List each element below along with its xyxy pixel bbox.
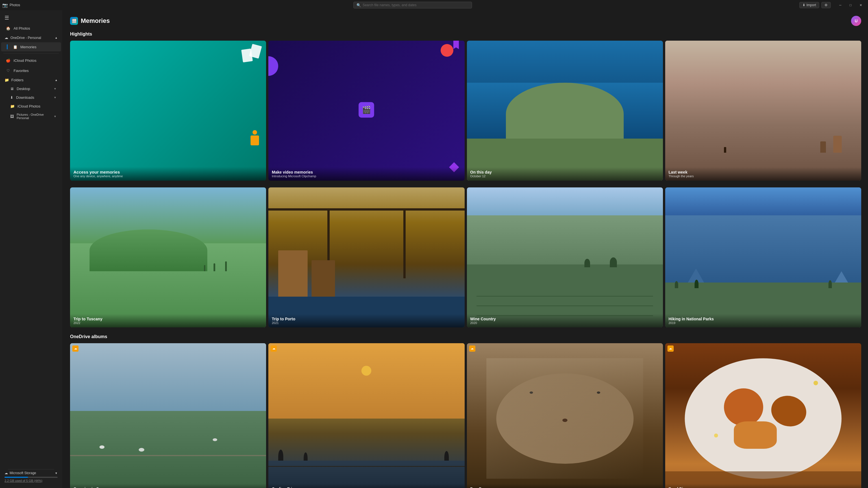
titlebar-actions: ⬇ Import ⚙ ─ □ ✕	[799, 0, 866, 10]
bridge-rail	[268, 208, 464, 210]
sidebar-item-pictures-onedrive[interactable]: 🖼 Pictures - OneDrive Personal ▼	[1, 111, 61, 122]
sidebar-item-memories[interactable]: 📋 Memories	[1, 42, 61, 52]
trip-card-tuscany[interactable]: Trip to Tuscany 2022	[70, 187, 266, 327]
downloads-icon: ⬇	[10, 95, 13, 100]
window-controls: ─ □ ✕	[835, 0, 866, 10]
highlight-card-last-week[interactable]: Last week Through the years	[665, 41, 861, 181]
card-subtitle-video: Introducing Microsoft Clipchamp	[272, 174, 461, 178]
onedrive-badge-icon-3: ☁	[471, 347, 474, 350]
card-title-access: Access your memories	[73, 170, 263, 174]
storage-chevron: ▼	[55, 471, 58, 475]
active-indicator	[7, 44, 8, 50]
highlight-card-video-memories[interactable]: 🎬 Make video memories Introducing Micros…	[268, 41, 464, 181]
camping-bg	[70, 343, 266, 488]
person-body	[251, 135, 259, 145]
card-title-tuscany: Trip to Tuscany	[73, 317, 263, 321]
album-card-dog[interactable]: ☁ Dog Days	[467, 343, 663, 488]
card-overlay-onthisday: On this day October 12	[467, 167, 663, 181]
icloud-folder-icon: 📁	[10, 104, 15, 108]
clipchamp-icon: 🎬	[359, 102, 374, 118]
photo-card-2	[241, 48, 253, 62]
card-overlay-video: Make video memories Introducing Microsof…	[268, 167, 464, 181]
card-overlay-lastweek: Last week Through the years	[665, 167, 861, 181]
wine-bg	[467, 187, 663, 327]
main-content: 🪟 Memories U Highlights Access your memo…	[63, 10, 868, 488]
albums-grid: ☁ Camping in Connemara	[70, 343, 861, 488]
trip-card-hiking[interactable]: Hiking in National Parks 2019	[665, 187, 861, 327]
onedrive-icon: ☁	[4, 36, 8, 40]
album-badge-camping: ☁	[72, 346, 79, 352]
search-bar[interactable]: 🔍 Search file names, types, and dates	[353, 2, 472, 8]
card-subtitle-tuscany: 2022	[73, 321, 263, 325]
album-overlay-cycling: Cycling Trips	[268, 484, 464, 488]
storage-detail[interactable]: 2.2 GB used of 5 GB (44%)	[4, 479, 58, 482]
import-button[interactable]: ⬇ Import	[799, 2, 819, 8]
cypress-1	[225, 261, 227, 271]
sidebar-hamburger[interactable]: ☰	[0, 12, 62, 23]
tree-hiking-2	[694, 280, 699, 288]
person-figure	[248, 130, 262, 147]
close-button[interactable]: ✕	[856, 0, 866, 10]
sunset-sky	[268, 343, 464, 419]
card-title-onthisday: On this day	[470, 170, 659, 174]
album-badge-cycling: ☁	[271, 346, 277, 352]
vine-row-2	[476, 305, 653, 306]
sidebar-item-desktop[interactable]: 🖥 Desktop ▼	[1, 85, 61, 93]
album-card-camping[interactable]: ☁ Camping in Connemara	[70, 343, 266, 488]
titlebar: 📷 Photos 🔍 Search file names, types, and…	[0, 0, 868, 10]
memories-page-icon: 🪟	[70, 17, 78, 25]
album-badge-food: ☁	[668, 346, 674, 352]
mountain-bg	[467, 215, 663, 271]
sidebar-item-all-photos[interactable]: 🏠 All Photos	[1, 24, 61, 33]
album-overlay-camping: Camping in Connemara	[70, 484, 266, 488]
storage-bar-fill	[4, 477, 28, 478]
sidebar-divider-1	[3, 53, 59, 54]
sidebar-item-favorites[interactable]: ♡ Favorites	[1, 66, 61, 75]
sun	[362, 366, 371, 376]
highlight-card-access-memories[interactable]: Access your memories One any device, any…	[70, 41, 266, 181]
search-placeholder: Search file names, types, and dates	[363, 3, 416, 7]
onedrive-badge-icon-2: ☁	[272, 347, 275, 350]
card-subtitle-porto: 2021	[272, 321, 461, 325]
card-subtitle-wine: 2020	[470, 321, 659, 325]
album-card-cycling[interactable]: ☁ Cycling Trips	[268, 343, 464, 488]
trip-card-porto[interactable]: Trip to Porto 2021	[268, 187, 464, 327]
sidebar-item-icloud-folder[interactable]: 📁 iCloud Photos	[1, 102, 61, 110]
app-name: Photos	[10, 3, 20, 7]
trip-card-wine-country[interactable]: Wine Country 2020	[467, 187, 663, 327]
sidebar-section-onedrive[interactable]: ☁ OneDrive - Personal ▲	[0, 33, 62, 42]
fence	[268, 466, 464, 467]
minimize-button[interactable]: ─	[835, 0, 845, 10]
sidebar-item-icloud[interactable]: 🍎 iCloud Photos	[1, 56, 61, 65]
maximize-button[interactable]: □	[845, 0, 856, 10]
settings-button[interactable]: ⚙	[822, 2, 831, 8]
field	[70, 411, 266, 488]
food-item-1	[724, 388, 763, 426]
desktop-icon: 🖥	[10, 87, 14, 91]
album-overlay-dog: Dog Days	[467, 484, 663, 488]
highlight-card-on-this-day[interactable]: On this day October 12	[467, 41, 663, 181]
home-icon: 🏠	[6, 26, 11, 31]
food-bg	[665, 343, 861, 488]
album-overlay-food: Food Pics	[665, 484, 861, 488]
onedrive-section-header: OneDrive albums	[70, 334, 861, 339]
cypress-2	[214, 263, 215, 271]
album-card-food[interactable]: ☁ Food Pics	[665, 343, 861, 488]
sidebar-item-downloads[interactable]: ⬇ Downloads ▼	[1, 93, 61, 102]
import-icon: ⬇	[803, 3, 805, 7]
card-subtitle-access: One any device, anywhere, anytime	[73, 174, 263, 178]
avatar[interactable]: U	[851, 16, 861, 26]
sidebar-section-folders[interactable]: 📁 Folders ▲	[0, 76, 62, 85]
card-title-hiking: Hiking in National Parks	[669, 317, 858, 321]
card-subtitle-lastweek: Through the years	[669, 174, 858, 178]
on-this-day-bg	[467, 41, 663, 181]
album-title-dog: Dog Days	[470, 487, 659, 488]
sheep-1	[99, 445, 104, 449]
card-title-video: Make video memories	[272, 170, 461, 174]
card-subtitle-onthisday: October 12	[470, 174, 659, 178]
card-subtitle-hiking: 2019	[669, 321, 858, 325]
search-icon: 🔍	[356, 3, 361, 7]
vine-row-3	[476, 296, 653, 297]
stone-wall	[70, 455, 266, 456]
page-title-left: 🪟 Memories	[70, 17, 110, 25]
